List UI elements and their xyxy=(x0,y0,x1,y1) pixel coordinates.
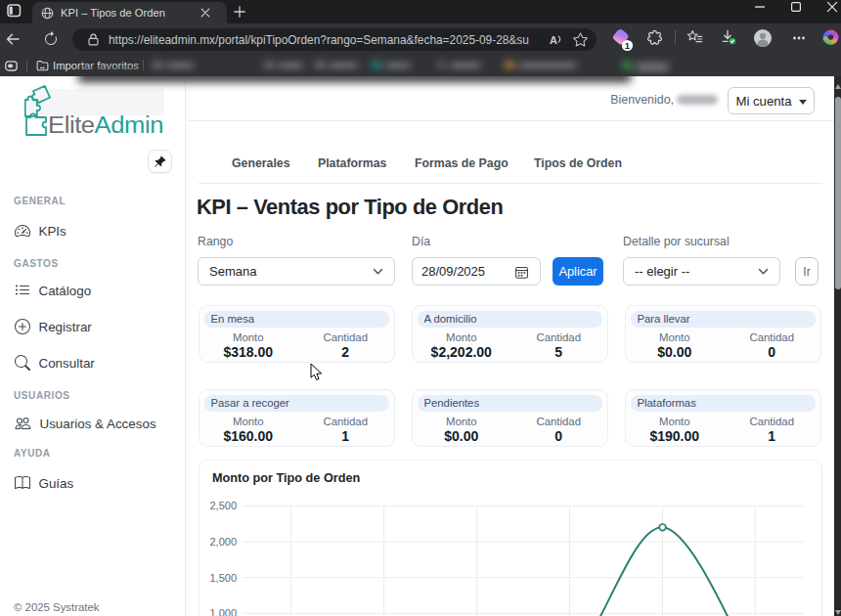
lock-icon[interactable] xyxy=(86,32,101,47)
web-page: EliteAdmin GENERAL KPIs GASTOS Catálogo xyxy=(0,76,834,616)
calendar-icon[interactable] xyxy=(514,265,529,280)
scrollbar-up-arrow[interactable] xyxy=(835,84,841,89)
address-bar[interactable]: https://eliteadmin.mx/portal/kpiTipoOrde… xyxy=(72,28,597,51)
sidebar-item-consultar[interactable]: Consultar xyxy=(15,351,95,374)
svg-text:A: A xyxy=(550,33,557,45)
svg-text:1: 1 xyxy=(625,40,631,51)
svg-text:2,500: 2,500 xyxy=(209,500,237,511)
mouse-cursor xyxy=(310,363,323,381)
welcome-text: Bienvenido, xyxy=(528,93,674,107)
sidebar-toggle-icon[interactable] xyxy=(5,61,18,71)
chevron-down-icon xyxy=(799,100,807,105)
dia-label: Día xyxy=(412,235,430,248)
kpi-card-en-mesa: En mesa Monto$318.00 Cantidad2 xyxy=(199,305,395,363)
profile-avatar[interactable] xyxy=(754,29,772,47)
sucursal-label: Detalle por sucursal xyxy=(623,235,730,248)
browser-window: KPI – Tipos de Orden https://eliteadmin.… xyxy=(0,0,841,616)
kpi-card-plataformas: Plataformas Monto$190.00 Cantidad1 xyxy=(625,389,821,447)
plus-circle-icon xyxy=(15,319,30,334)
page-title: KPI – Ventas por Tipo de Orden xyxy=(197,195,503,220)
kpi-card-pasar-a-recoger: Pasar a recoger Monto$160.00 Cantidad1 xyxy=(199,389,395,447)
back-icon[interactable] xyxy=(5,31,21,47)
header-divider xyxy=(187,120,834,121)
aplicar-button[interactable]: Aplicar xyxy=(553,257,603,286)
window-minimize-icon[interactable] xyxy=(754,1,766,13)
svg-text:2,000: 2,000 xyxy=(209,536,237,548)
select-chevron-icon xyxy=(373,268,383,276)
page-scrollbar[interactable] xyxy=(834,76,841,616)
tab-generales[interactable]: Generales xyxy=(232,156,289,170)
read-aloud-icon[interactable]: A xyxy=(548,32,563,47)
bookmarks-divider xyxy=(26,60,27,71)
select-chevron-icon-2 xyxy=(758,268,769,276)
book-icon xyxy=(15,475,30,491)
tab-title: KPI – Tipos de Orden xyxy=(61,2,196,23)
refresh-icon[interactable] xyxy=(43,31,59,47)
account-menu-button[interactable]: Mi cuenta xyxy=(728,87,815,114)
kpi-card-para-llevar: Para llevar Monto$0.00 Cantidad0 xyxy=(625,305,821,363)
scrollbar-down-arrow[interactable] xyxy=(835,610,841,615)
search-icon xyxy=(15,355,30,371)
sidebar-item-catalogo[interactable]: Catálogo xyxy=(15,279,91,302)
tab-close-icon[interactable] xyxy=(200,8,210,18)
rango-label: Rango xyxy=(198,235,233,248)
section-label-ayuda: AYUDA xyxy=(14,448,51,459)
favorite-star-icon[interactable] xyxy=(573,32,588,47)
new-tab-icon[interactable] xyxy=(234,6,245,18)
favorites-list-icon[interactable] xyxy=(686,29,703,45)
tab-plataformas[interactable]: Plataformas xyxy=(318,156,386,170)
chart-card: Monto por Tipo de Orden 2,5002,0001,5001… xyxy=(199,460,822,616)
browser-tab-bar: KPI – Tipos de Orden xyxy=(0,0,841,23)
kpi-card-pendientes: Pendientes Monto$0.00 Cantidad0 xyxy=(412,389,608,447)
speedometer-icon xyxy=(15,223,30,239)
ir-button[interactable]: Ir xyxy=(795,257,819,286)
window-close-icon[interactable] xyxy=(826,1,838,13)
tab-formas-de-pago[interactable]: Formas de Pago xyxy=(415,156,509,170)
bookmarks-divider-2 xyxy=(143,60,144,71)
tab-actions-menu-icon[interactable] xyxy=(7,4,22,18)
sucursal-select[interactable]: -- elegir -- xyxy=(623,257,780,286)
pin-sidebar-button[interactable] xyxy=(148,150,172,173)
list-icon xyxy=(15,283,30,298)
people-icon xyxy=(15,416,31,431)
svg-text:1,500: 1,500 xyxy=(209,572,237,584)
extensions-icon[interactable] xyxy=(646,29,663,46)
import-favorites-label[interactable]: Importar favoritos xyxy=(53,55,139,76)
sidebar-footer: © 2025 Systratek xyxy=(14,601,100,613)
toolbar-divider xyxy=(675,30,676,44)
dia-date-input[interactable]: 28/09/2025 xyxy=(412,257,541,286)
tab-tipos-de-orden[interactable]: Tipos de Orden xyxy=(534,156,622,170)
settings-menu-icon[interactable] xyxy=(791,30,807,46)
line-chart: 2,5002,0001,5001,0005000 xyxy=(199,461,821,616)
copilot-icon[interactable] xyxy=(822,29,839,46)
svg-text:EliteAdmin: EliteAdmin xyxy=(48,112,163,138)
kpi-card-a-domicilio: A domicilio Monto$2,202.00 Cantidad5 xyxy=(412,305,608,363)
extension-badge-icon[interactable]: 1 xyxy=(612,28,636,52)
pin-icon xyxy=(154,155,166,168)
tabs-divider xyxy=(199,183,822,184)
user-name-blurred xyxy=(677,95,718,105)
browser-tab-active[interactable]: KPI – Tipos de Orden xyxy=(32,2,227,23)
section-label-general: GENERAL xyxy=(14,196,66,206)
sidebar-item-registrar[interactable]: Registrar xyxy=(15,315,92,338)
section-label-usuarios: USUARIOS xyxy=(14,390,70,401)
sidebar-item-guias[interactable]: Guías xyxy=(15,471,73,495)
rango-select[interactable]: Semana xyxy=(198,257,395,286)
browser-toolbar: https://eliteadmin.mx/portal/kpiTipoOrde… xyxy=(0,23,841,55)
import-favorites-icon xyxy=(36,60,49,71)
globe-favicon-icon xyxy=(41,7,54,20)
window-maximize-icon[interactable] xyxy=(790,1,802,13)
sidebar-item-usuarios-accesos[interactable]: Usuarios & Accesos xyxy=(15,412,156,435)
sidebar: EliteAdmin GENERAL KPIs GASTOS Catálogo xyxy=(0,76,186,616)
url-text[interactable]: https://eliteadmin.mx/portal/kpiTipoOrde… xyxy=(109,28,529,51)
sidebar-item-kpis[interactable]: KPIs xyxy=(15,219,66,242)
eliteadmin-logo[interactable]: EliteAdmin xyxy=(24,84,166,145)
bookmarks-bar: Importar favoritos xyxy=(0,55,841,76)
scrollbar-thumb[interactable] xyxy=(835,97,841,289)
svg-text:1,000: 1,000 xyxy=(209,607,237,616)
section-label-gastos: GASTOS xyxy=(14,258,59,269)
downloads-icon[interactable] xyxy=(720,29,737,46)
